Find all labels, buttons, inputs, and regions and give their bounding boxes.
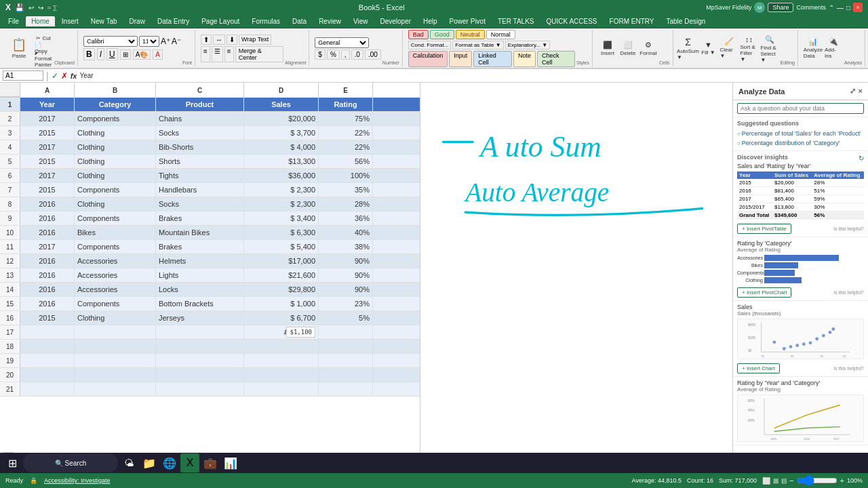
cell-year-8[interactable]: 2016 — [20, 197, 75, 211]
cell-product-20[interactable] — [156, 368, 244, 382]
decrease-font-btn[interactable]: A⁻ — [172, 37, 181, 46]
undo-btn[interactable]: ↩ — [28, 4, 34, 12]
cell-year-10[interactable]: 2016 — [20, 226, 75, 239]
zoom-out-btn[interactable]: − — [789, 476, 793, 485]
cell-category-10[interactable]: Bikes — [75, 226, 156, 239]
percent-btn[interactable]: % — [327, 49, 340, 60]
close-btn[interactable]: × — [853, 3, 863, 12]
cell-product-5[interactable]: Shorts — [156, 155, 244, 168]
cell-year-11[interactable]: 2017 — [20, 240, 75, 253]
chip-bad[interactable]: Bad — [408, 30, 429, 39]
cell-rating-4[interactable]: 22% — [319, 140, 373, 154]
cell-year-19[interactable] — [20, 354, 75, 367]
redo-btn[interactable]: ↪ — [38, 4, 43, 12]
cell-year-5[interactable]: 2015 — [20, 155, 75, 168]
row-num-20[interactable]: 20 — [0, 368, 20, 382]
cell-year-9[interactable]: 2016 — [20, 211, 75, 225]
col-header-a[interactable]: A — [20, 83, 75, 98]
cell-category-15[interactable]: Components — [75, 297, 156, 310]
cell-sales-5[interactable]: $13,300 — [244, 155, 319, 168]
taskbar-search[interactable]: 🔍 Search — [23, 453, 118, 472]
sort-filter-btn[interactable]: ↕↕Sort & Filter ▼ — [740, 39, 759, 58]
tab-view[interactable]: View — [348, 16, 374, 26]
cell-product-13[interactable]: Lights — [156, 268, 244, 282]
cell-rating-12[interactable]: 90% — [319, 254, 373, 268]
cell-year-18[interactable] — [20, 340, 75, 353]
cell-year-2[interactable]: 2017 — [20, 112, 75, 125]
cell-product-7[interactable]: Handlebars — [156, 183, 244, 197]
row-num-7[interactable]: 7 — [0, 183, 20, 197]
taskbar-widgets[interactable]: 🌤 — [119, 453, 138, 472]
tab-pagelayout[interactable]: Page Layout — [196, 16, 245, 26]
merge-center-btn[interactable]: Merge & Center — [235, 46, 284, 62]
minimize-btn[interactable]: — — [837, 4, 844, 12]
tab-developer[interactable]: Developer — [374, 16, 416, 26]
row-num-2[interactable]: 2 — [0, 112, 20, 125]
cell-category-21[interactable] — [75, 382, 156, 396]
header-rating[interactable]: Rating — [319, 98, 373, 111]
taskbar-file-explorer[interactable]: 📁 — [140, 453, 159, 472]
increase-font-btn[interactable]: A⁺ — [161, 37, 170, 46]
cell-rating-8[interactable]: 28% — [319, 197, 373, 211]
cell-product-21[interactable] — [156, 382, 244, 396]
cell-year-3[interactable]: 2015 — [20, 126, 75, 140]
cell-rating-17[interactable] — [319, 325, 373, 339]
row-num-12[interactable]: 12 — [0, 254, 20, 268]
cell-sales-19[interactable] — [244, 354, 319, 367]
cell-year-21[interactable] — [20, 382, 75, 396]
row-num-14[interactable]: 14 — [0, 283, 20, 296]
view-page-break-btn[interactable]: ⊟ — [781, 477, 787, 485]
cell-year-4[interactable]: 2017 — [20, 140, 75, 154]
cell-category-13[interactable]: Accessories — [75, 268, 156, 282]
row-num-21[interactable]: 21 — [0, 382, 20, 396]
header-category[interactable]: Category — [75, 98, 156, 111]
cell-sales-12[interactable]: $17,000 — [244, 254, 319, 268]
row-num-10[interactable]: 10 — [0, 226, 20, 239]
cell-product-10[interactable]: Mountain Bikes — [156, 226, 244, 239]
suggestion-2[interactable]: Percentage distribution of 'Category' — [737, 138, 864, 148]
insert-pivot-table-btn[interactable]: + Insert PivotTable — [737, 224, 791, 234]
ribbon-hide-btn[interactable]: ⌃ — [829, 4, 834, 12]
delete-cell-btn[interactable]: ⬜Delete — [618, 39, 637, 58]
align-center-btn[interactable]: ☰ — [212, 46, 223, 62]
cell-year-7[interactable]: 2015 — [20, 183, 75, 197]
formula-cancel-btn[interactable]: ✗ — [61, 71, 68, 81]
cell-year-16[interactable]: 2015 — [20, 311, 75, 325]
cell-styles-btn[interactable]: Explanatory... ▼ — [505, 41, 550, 49]
find-select-btn[interactable]: 🔍Find & Select ▼ — [760, 39, 779, 58]
tab-formulas[interactable]: Formulas — [246, 16, 285, 26]
row-num-19[interactable]: 19 — [0, 354, 20, 367]
row-num-3[interactable]: 3 — [0, 126, 20, 140]
tab-data[interactable]: Data — [287, 16, 312, 26]
comma-btn[interactable]: , — [341, 49, 350, 60]
cell-sales-14[interactable]: $29,800 — [244, 283, 319, 296]
formula-fx-btn[interactable]: fx — [71, 72, 77, 80]
cell-product-15[interactable]: Bottom Brackets — [156, 297, 244, 310]
cell-sales-20[interactable] — [244, 368, 319, 382]
cell-product-17[interactable] — [156, 325, 244, 339]
share-btn[interactable]: Share — [768, 3, 793, 12]
cell-category-19[interactable] — [75, 354, 156, 367]
cell-rating-10[interactable]: 40% — [319, 226, 373, 239]
cell-category-2[interactable]: Components — [75, 112, 156, 125]
cell-sales-4[interactable]: $ 4,000 — [244, 140, 319, 154]
cell-product-8[interactable]: Socks — [156, 197, 244, 211]
insert-pivot-chart-btn[interactable]: + Insert PivotChart — [737, 287, 791, 298]
chip-neutral[interactable]: Neutral — [456, 30, 485, 39]
cell-rating-19[interactable] — [319, 354, 373, 367]
cell-sales-6[interactable]: $36,000 — [244, 169, 319, 182]
cell-sales-8[interactable]: $ 2,300 — [244, 197, 319, 211]
row-num-4[interactable]: 4 — [0, 140, 20, 154]
row-num-17[interactable]: 17 — [0, 325, 20, 339]
row-num-18[interactable]: 18 — [0, 340, 20, 353]
header-sales[interactable]: Sales — [244, 98, 319, 111]
cell-product-6[interactable]: Tights — [156, 169, 244, 182]
taskbar-powerpoint[interactable]: 📊 — [221, 453, 240, 472]
fill-btn[interactable]: ▼Fill ▼ — [699, 39, 718, 58]
underline-btn[interactable]: U — [106, 48, 118, 60]
cell-product-18[interactable] — [156, 340, 244, 353]
cell-category-9[interactable]: Components — [75, 211, 156, 225]
cell-product-12[interactable]: Helmets — [156, 254, 244, 268]
tab-powerpivot[interactable]: Power Pivot — [444, 16, 491, 26]
comments-btn[interactable]: Comments — [796, 4, 826, 11]
